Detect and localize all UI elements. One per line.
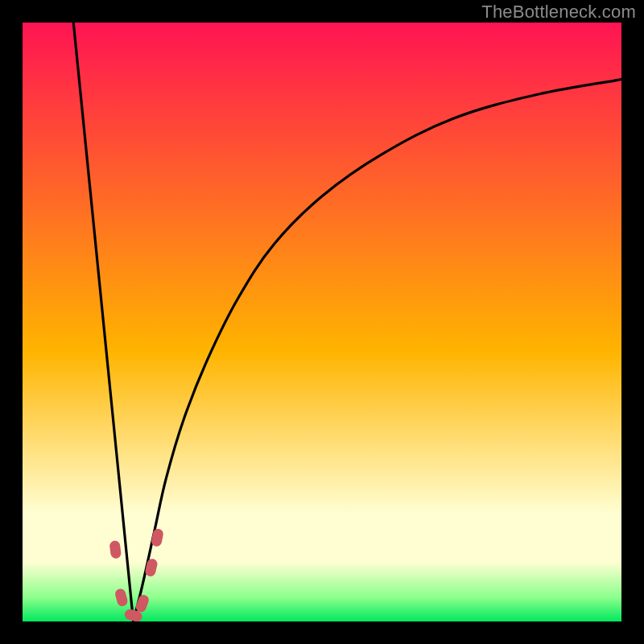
chart-plot [23,23,621,621]
gradient-background [23,23,621,621]
chart-frame: TheBottleneck.com [0,0,644,644]
watermark-text: TheBottleneck.com [481,2,636,23]
